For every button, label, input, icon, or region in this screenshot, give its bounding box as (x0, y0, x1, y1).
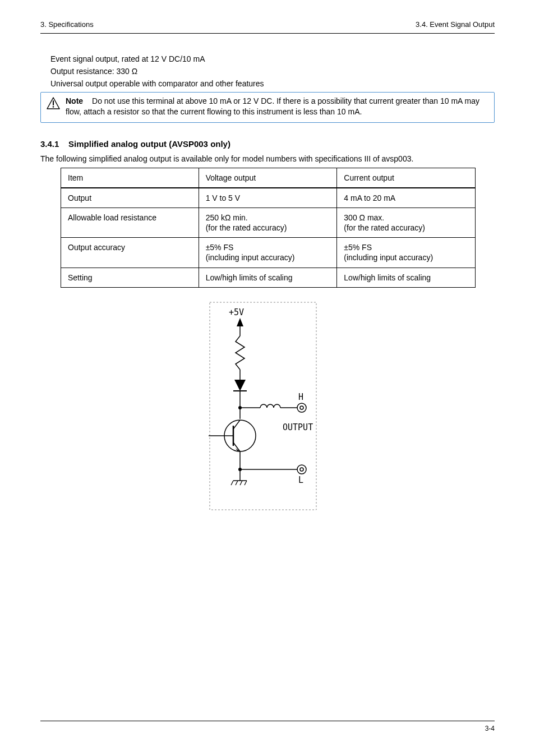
page-root: 3. Specifications 3.4. Event Signal Outp… (0, 0, 535, 756)
svg-point-30 (297, 465, 306, 474)
subsection-heading: 3.4.1 Simplified analog output (AVSP003 … (40, 139, 495, 150)
table-cell: ±5% FS(including input accuracy) (337, 238, 476, 268)
diagram-label-l: L (298, 475, 303, 485)
svg-point-14 (300, 406, 303, 409)
svg-line-25 (231, 481, 233, 485)
svg-line-27 (240, 481, 242, 485)
footer-right: 3-4 (485, 725, 495, 734)
circuit-diagram: +5V H OUTPUT (40, 301, 495, 514)
diagram-label-output: OUTPUT (283, 422, 313, 432)
svg-point-31 (300, 468, 303, 471)
table-header-cell: Voltage output (199, 168, 337, 188)
intro-line: Universal output operable with comparato… (50, 79, 495, 89)
note-box: Note Do not use this terminal at above 1… (40, 92, 495, 122)
svg-marker-7 (234, 380, 246, 391)
table-cell: Output (61, 188, 199, 208)
table-header-cell: Current output (337, 168, 476, 188)
section-body-text: The following simplified analog output i… (40, 154, 495, 164)
svg-point-2 (53, 107, 54, 108)
svg-marker-4 (237, 318, 243, 326)
svg-point-13 (297, 403, 306, 412)
header-right: 3.4. Event Signal Output (416, 20, 495, 30)
table-cell: Low/high limits of scaling (337, 268, 476, 287)
table-cell: 250 kΩ min.(for the rated accuracy) (199, 208, 337, 237)
table-row: Output 1 V to 5 V 4 mA to 20 mA (61, 188, 476, 208)
svg-line-28 (245, 481, 247, 485)
table-cell: Output accuracy (61, 238, 199, 268)
table-header-cell: Item (61, 168, 199, 188)
table-cell: 300 Ω max.(for the rated accuracy) (337, 208, 476, 237)
warning-icon (47, 96, 60, 116)
table-row: Output accuracy ±5% FS(including input a… (61, 238, 476, 268)
header-row: 3. Specifications 3.4. Event Signal Outp… (40, 20, 495, 30)
table-cell: Low/high limits of scaling (199, 268, 337, 287)
table-row: Allowable load resistance 250 kΩ min.(fo… (61, 208, 476, 237)
note-label: Note (66, 96, 83, 106)
table-cell: 4 mA to 20 mA (337, 188, 476, 208)
intro-line: Event signal output, rated at 12 V DC/10… (50, 54, 495, 64)
table-row: Setting Low/high limits of scaling Low/h… (61, 268, 476, 287)
table-cell: ±5% FS(including input accuracy) (199, 238, 337, 268)
svg-line-26 (236, 481, 238, 485)
intro-block: Event signal output, rated at 12 V DC/10… (50, 54, 495, 89)
table-cell: 1 V to 5 V (199, 188, 337, 208)
diagram-label-5v: +5V (229, 307, 244, 317)
footer-rule (40, 721, 495, 721)
intro-line: Output resistance: 330 Ω (50, 66, 495, 76)
note-body: Note Do not use this terminal at above 1… (66, 96, 488, 116)
subsection-number: 3.4.1 (40, 139, 59, 149)
subsection-title: Simplified analog output (AVSP003 only) (68, 139, 230, 149)
header-left: 3. Specifications (40, 20, 94, 30)
footer-row: 3-4 (40, 725, 495, 734)
table-header-row: Item Voltage output Current output (61, 168, 476, 188)
table-cell: Setting (61, 268, 199, 287)
table-cell: Allowable load resistance (61, 208, 199, 237)
spec-table: Item Voltage output Current output Outpu… (61, 168, 476, 288)
diagram-label-h: H (298, 392, 303, 402)
header-rule (40, 33, 495, 34)
note-text: Do not use this terminal at above 10 mA … (66, 96, 479, 116)
